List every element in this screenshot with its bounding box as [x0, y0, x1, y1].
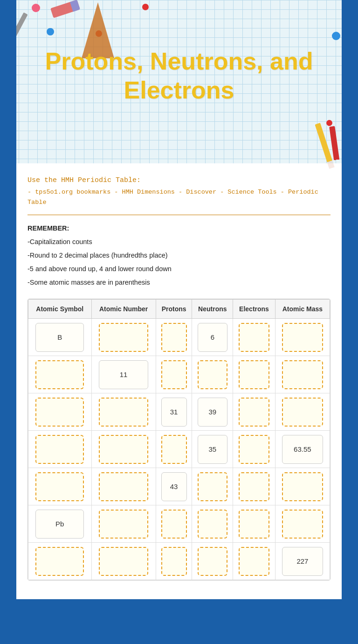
col-header-neutrons: Neutrons — [192, 300, 233, 319]
symbol-cell[interactable] — [28, 543, 92, 580]
nav-path: - tps5o1.org bookmarks - HMH Dimensions … — [28, 187, 330, 207]
electrons-cell[interactable] — [233, 319, 275, 356]
electrons-cell[interactable] — [233, 468, 275, 505]
mass-cell[interactable] — [275, 505, 330, 543]
side-bar-left — [0, 0, 16, 644]
side-bar-right — [342, 0, 358, 644]
neutrons-cell[interactable] — [192, 505, 233, 543]
header-area: Protons, Neutrons, and Electrons — [0, 0, 358, 163]
col-header-protons: Protons — [156, 300, 192, 319]
mass-cell[interactable]: 227 — [275, 543, 330, 580]
remember-item-1: -Capitalization counts — [28, 235, 330, 249]
number-cell[interactable] — [91, 431, 156, 468]
electrons-cell[interactable] — [233, 505, 275, 543]
table-row: 11 — [28, 356, 330, 393]
dot-blue-1 — [47, 28, 54, 35]
electrons-cell[interactable] — [233, 431, 275, 468]
table-row: 43 — [28, 468, 330, 505]
symbol-cell[interactable] — [28, 393, 92, 431]
number-cell[interactable] — [91, 319, 156, 356]
electrons-cell[interactable] — [233, 543, 275, 580]
number-cell[interactable] — [91, 505, 156, 543]
neutrons-cell[interactable] — [192, 356, 233, 393]
divider — [28, 215, 330, 215]
table-row: Pb — [28, 505, 330, 543]
page-title: Protons, Neutrons, and Electrons — [18, 47, 340, 105]
main-content: Use the HMH Periodic Table: - tps5o1.org… — [16, 163, 342, 599]
number-cell[interactable] — [91, 393, 156, 431]
col-header-number: Atomic Number — [91, 300, 156, 319]
table-row: 3563.55 — [28, 431, 330, 468]
protons-cell[interactable]: 43 — [156, 468, 192, 505]
protons-cell[interactable] — [156, 431, 192, 468]
symbol-cell[interactable] — [28, 468, 92, 505]
protons-cell[interactable] — [156, 319, 192, 356]
symbol-cell[interactable] — [28, 356, 92, 393]
number-cell[interactable]: 11 — [91, 356, 156, 393]
table-row: B6 — [28, 319, 330, 356]
protons-cell[interactable]: 31 — [156, 393, 192, 431]
col-header-mass: Atomic Mass — [275, 300, 330, 319]
neutrons-cell[interactable] — [192, 543, 233, 580]
dot-red-1 — [142, 4, 149, 10]
remember-item-4: -Some atomic masses are in parenthesis — [28, 276, 330, 289]
table-header-row: Atomic Symbol Atomic Number Protons Neut… — [28, 300, 330, 319]
electrons-cell[interactable] — [233, 356, 275, 393]
table-row: 3139 — [28, 393, 330, 431]
protons-cell[interactable] — [156, 356, 192, 393]
table-row: 227 — [28, 543, 330, 580]
dot-blue-2 — [332, 32, 340, 40]
mass-cell[interactable]: 63.55 — [275, 431, 330, 468]
neutrons-cell[interactable]: 39 — [192, 393, 233, 431]
number-cell[interactable] — [91, 468, 156, 505]
mass-cell[interactable] — [275, 356, 330, 393]
electrons-cell[interactable] — [233, 393, 275, 431]
dot-red-3 — [326, 120, 332, 126]
instruction-label: Use the HMH Periodic Table: — [28, 176, 330, 184]
deco-eraser — [50, 0, 80, 18]
neutrons-cell[interactable]: 6 — [192, 319, 233, 356]
remember-section: REMEMBER: -Capitalization counts -Round … — [28, 222, 330, 289]
periodic-table: Atomic Symbol Atomic Number Protons Neut… — [28, 299, 330, 581]
neutrons-cell[interactable]: 35 — [192, 431, 233, 468]
col-header-symbol: Atomic Symbol — [28, 300, 92, 319]
mass-cell[interactable] — [275, 393, 330, 431]
col-header-electrons: Electrons — [233, 300, 275, 319]
number-cell[interactable] — [91, 543, 156, 580]
protons-cell[interactable] — [156, 543, 192, 580]
symbol-cell[interactable]: Pb — [28, 505, 92, 543]
mass-cell[interactable] — [275, 319, 330, 356]
neutrons-cell[interactable] — [192, 468, 233, 505]
protons-cell[interactable] — [156, 505, 192, 543]
remember-item-2: -Round to 2 decimal places (hundredths p… — [28, 249, 330, 262]
remember-item-3: -5 and above round up, 4 and lower round… — [28, 262, 330, 276]
dot-pink-1 — [32, 4, 40, 12]
remember-title: REMEMBER: — [28, 222, 330, 235]
symbol-cell[interactable]: B — [28, 319, 92, 356]
symbol-cell[interactable] — [28, 431, 92, 468]
mass-cell[interactable] — [275, 468, 330, 505]
